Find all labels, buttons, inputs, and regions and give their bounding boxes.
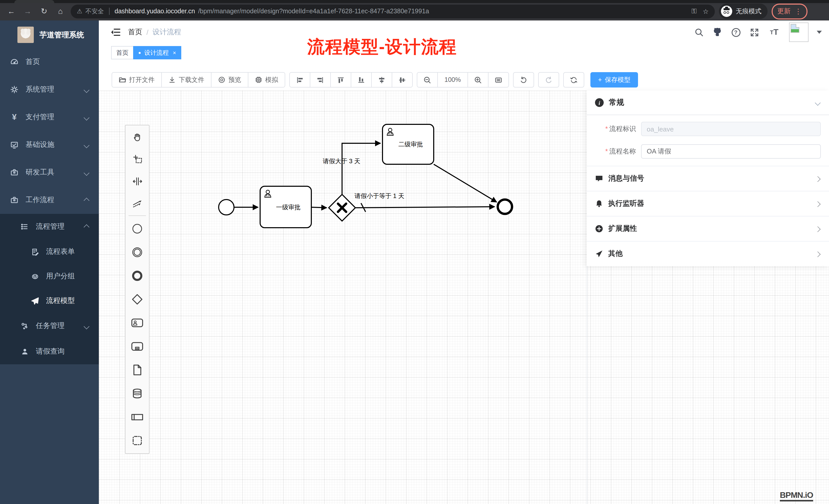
- end-event[interactable]: [498, 200, 512, 214]
- user-task-level1[interactable]: 一级审批: [260, 186, 311, 228]
- avatar[interactable]: [789, 23, 808, 42]
- url-path[interactable]: /bpm/manager/model/design?modelId=e4a1a1…: [198, 8, 685, 15]
- bookmark-star-icon[interactable]: ☆: [703, 7, 709, 15]
- sidebar-item-leave-query[interactable]: 请假查询: [0, 339, 99, 364]
- lasso-icon: [132, 154, 143, 165]
- home-icon[interactable]: ⌂: [54, 5, 67, 17]
- section-other[interactable]: 其他: [587, 241, 829, 266]
- condition-label-lte1[interactable]: 请假小于等于 1 天: [355, 192, 404, 199]
- process-name-input[interactable]: [641, 144, 821, 159]
- chevron-down-icon: [84, 143, 89, 148]
- global-connect-tool[interactable]: [125, 192, 149, 215]
- sidebar-item-home[interactable]: 首页: [0, 48, 99, 76]
- sidebar-item-process-form[interactable]: 流程表单: [0, 239, 99, 264]
- flow-task2-to-end[interactable]: [434, 164, 497, 202]
- help-icon[interactable]: ?: [731, 27, 741, 37]
- redo-button[interactable]: [538, 72, 559, 87]
- create-end-event[interactable]: [125, 264, 149, 287]
- section-extended-properties[interactable]: 扩展属性: [587, 216, 829, 241]
- user-task-level2[interactable]: 二级审批: [383, 124, 434, 164]
- flow-gateway-to-task2[interactable]: [342, 143, 381, 194]
- breadcrumb-current: 设计流程: [153, 28, 181, 37]
- sidebar-item-infra[interactable]: 基础设施: [0, 131, 99, 159]
- chevron-down-icon: [84, 170, 89, 176]
- sidebar-item-task-manage[interactable]: 任务管理: [0, 313, 99, 339]
- section-title: 消息与信号: [608, 174, 644, 183]
- sidebar-item-process-model[interactable]: 流程模型: [0, 288, 99, 313]
- font-size-icon[interactable]: TT: [767, 27, 781, 37]
- avatar-caret-icon[interactable]: [817, 31, 822, 34]
- url-host[interactable]: dashboard.yudao.iocoder.cn: [115, 8, 195, 15]
- reload-icon[interactable]: ↻: [38, 5, 50, 17]
- create-exclusive-gateway[interactable]: [125, 287, 149, 311]
- open-file-button[interactable]: 打开文件: [112, 73, 162, 87]
- align-top-button[interactable]: [331, 73, 351, 87]
- browser-active-tab[interactable]: [14, 0, 54, 3]
- security-label[interactable]: 不安全: [85, 7, 104, 15]
- sidebar-toggle-icon[interactable]: [111, 29, 120, 36]
- url-divider: [109, 8, 110, 15]
- hand-tool[interactable]: [125, 126, 149, 148]
- exclusive-gateway[interactable]: [329, 194, 355, 221]
- task1-label[interactable]: 一级审批: [276, 204, 300, 210]
- url-bar[interactable]: ⚠ 不安全 dashboard.yudao.iocoder.cn /bpm/ma…: [71, 4, 715, 18]
- sidebar-item-system[interactable]: 系统管理: [0, 76, 99, 103]
- section-execution-listener[interactable]: 执行监听器: [587, 191, 829, 216]
- sidebar-item-workflow[interactable]: 工作流程: [0, 186, 99, 214]
- browser-menu-icon[interactable]: ⋮: [795, 7, 802, 15]
- toolbox-icon: [10, 196, 19, 204]
- lasso-tool[interactable]: [125, 148, 149, 170]
- preview-button[interactable]: 预览: [212, 73, 248, 87]
- tab-home[interactable]: 首页: [111, 46, 134, 60]
- forward-icon[interactable]: →: [22, 5, 34, 17]
- tab-design-process[interactable]: ● 设计流程 ×: [133, 46, 181, 60]
- sidebar-item-payment[interactable]: ¥ 支付管理: [0, 103, 99, 131]
- fullscreen-icon[interactable]: [749, 27, 759, 37]
- zoom-in-button[interactable]: [468, 73, 489, 87]
- key-icon[interactable]: ⚿: [691, 7, 697, 15]
- align-center-horizontal-button[interactable]: [372, 73, 392, 87]
- process-key-input[interactable]: [641, 122, 821, 136]
- sidebar-item-devtools[interactable]: 研发工具: [0, 159, 99, 186]
- align-right-button[interactable]: [310, 73, 331, 87]
- create-intermediate-event[interactable]: [125, 240, 149, 264]
- section-general[interactable]: i 常规: [587, 90, 829, 115]
- create-participant[interactable]: [125, 405, 149, 429]
- bpmn-io-watermark[interactable]: BPMN.iO: [780, 491, 813, 501]
- yen-icon: ¥: [10, 113, 19, 121]
- sidebar-item-process-manage[interactable]: 流程管理: [0, 214, 99, 239]
- start-event[interactable]: [219, 200, 234, 215]
- task2-label[interactable]: 二级审批: [398, 141, 423, 148]
- section-message-signal[interactable]: 消息与信号: [587, 166, 829, 191]
- create-data-object[interactable]: [125, 358, 149, 382]
- flow-task1-to-gateway[interactable]: [311, 207, 327, 208]
- create-start-event[interactable]: [125, 217, 149, 240]
- user-task-icon: [131, 317, 144, 329]
- close-icon[interactable]: ×: [173, 50, 176, 56]
- create-user-task[interactable]: [125, 311, 149, 335]
- refresh-button[interactable]: [563, 72, 584, 87]
- download-file-button[interactable]: 下载文件: [162, 73, 212, 87]
- condition-label-gt3[interactable]: 请假大于 3 天: [323, 158, 360, 164]
- save-model-button[interactable]: + 保存模型: [590, 72, 638, 87]
- space-tool[interactable]: [125, 170, 149, 192]
- zoom-in-icon: [474, 76, 482, 84]
- update-button[interactable]: 更新 ⋮: [772, 3, 807, 19]
- undo-button[interactable]: [513, 72, 534, 87]
- create-group[interactable]: [125, 429, 149, 452]
- back-icon[interactable]: ←: [5, 5, 17, 17]
- breadcrumb-home[interactable]: 首页: [128, 28, 142, 37]
- search-icon[interactable]: [694, 27, 704, 37]
- simulate-button[interactable]: 模拟: [248, 73, 285, 87]
- sidebar-logo[interactable]: 芋道管理系统: [0, 21, 99, 48]
- github-icon[interactable]: [712, 27, 722, 37]
- zoom-reset-button[interactable]: [489, 73, 508, 87]
- create-subprocess[interactable]: [125, 335, 149, 358]
- align-center-vertical-button[interactable]: [392, 73, 412, 87]
- zoom-out-button[interactable]: [417, 73, 438, 87]
- flow-gateway-to-end[interactable]: [355, 207, 495, 208]
- sidebar-item-user-group[interactable]: 用户分组: [0, 264, 99, 288]
- align-bottom-button[interactable]: [351, 73, 372, 87]
- create-data-store[interactable]: [125, 382, 149, 405]
- align-left-button[interactable]: [290, 73, 310, 87]
